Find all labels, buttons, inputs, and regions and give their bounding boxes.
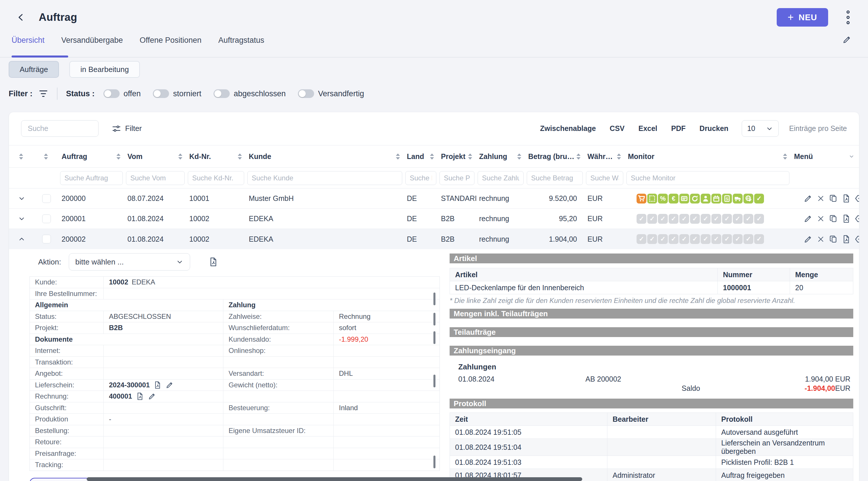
tab-uebersicht[interactable]: Übersicht bbox=[11, 36, 44, 57]
search-input[interactable] bbox=[21, 120, 98, 137]
shopping-cart-icon[interactable] bbox=[637, 194, 646, 204]
export-zwischenablage[interactable]: Zwischenablage bbox=[540, 124, 596, 133]
cancel-x-icon[interactable] bbox=[816, 194, 826, 203]
chip-auftraege[interactable]: Aufträge bbox=[9, 61, 59, 78]
expand-chevron-down-icon[interactable] bbox=[18, 195, 25, 202]
header-monitor[interactable]: Monitor bbox=[625, 152, 791, 161]
pdf-file-icon[interactable] bbox=[841, 214, 851, 223]
horizontal-scrollbar[interactable] bbox=[87, 477, 582, 481]
check-icon[interactable]: ✓ bbox=[733, 234, 743, 244]
table-filter-button[interactable]: Filter bbox=[112, 124, 142, 133]
check-icon[interactable]: ✓ bbox=[711, 234, 721, 244]
toggle-versandfertig[interactable]: Versandfertig bbox=[298, 89, 364, 98]
toggle-storniert[interactable]: storniert bbox=[153, 89, 202, 98]
table-row[interactable]: 200000 08.07.2024 10001 Muster GmbH DE S… bbox=[9, 188, 859, 209]
percent-icon[interactable]: % bbox=[658, 194, 668, 204]
search-betrag-input[interactable] bbox=[527, 171, 583, 185]
expand-chevron-down-icon[interactable] bbox=[18, 215, 25, 222]
edit-pencil-icon[interactable] bbox=[148, 392, 156, 401]
stamp-icon[interactable] bbox=[647, 194, 657, 204]
copy-icon[interactable] bbox=[829, 214, 838, 223]
toggle-offen[interactable]: offen bbox=[103, 89, 141, 98]
check-icon[interactable]: ✓ bbox=[733, 214, 743, 224]
search-vom-input[interactable] bbox=[126, 171, 185, 185]
copy-icon[interactable] bbox=[829, 234, 838, 244]
copy-icon[interactable] bbox=[829, 194, 838, 203]
check-icon[interactable]: ✓ bbox=[658, 234, 668, 244]
tab-offene-positionen[interactable]: Offene Positionen bbox=[140, 36, 202, 57]
search-zahlung-input[interactable] bbox=[477, 171, 524, 185]
sort-icon[interactable] bbox=[238, 153, 242, 159]
header-projekt[interactable]: Projekt bbox=[438, 152, 476, 161]
check-icon[interactable]: ✓ bbox=[679, 234, 689, 244]
edit-pencil-icon[interactable] bbox=[803, 234, 813, 244]
globe-icon[interactable] bbox=[743, 194, 753, 204]
tag-plus-icon[interactable] bbox=[854, 214, 859, 223]
check-icon[interactable]: ✓ bbox=[722, 234, 732, 244]
search-monitor-input[interactable] bbox=[626, 171, 789, 185]
check-icon[interactable]: ✓ bbox=[754, 214, 764, 224]
table-row[interactable]: 200001 01.08.2024 10002 EDEKA DE B2B rec… bbox=[9, 209, 859, 229]
sort-icon[interactable] bbox=[117, 153, 121, 159]
back-icon[interactable] bbox=[16, 12, 26, 22]
pdf-file-icon[interactable] bbox=[208, 257, 218, 267]
card-icon[interactable] bbox=[679, 194, 689, 204]
sort-icon[interactable] bbox=[783, 153, 787, 159]
edit-pencil-icon[interactable] bbox=[803, 194, 813, 203]
check-icon[interactable]: ✓ bbox=[701, 214, 711, 224]
pane-scrollbar-thumb[interactable] bbox=[433, 313, 435, 326]
check-icon[interactable]: ✓ bbox=[690, 214, 700, 224]
tag-plus-icon[interactable] bbox=[854, 194, 859, 203]
pane-scrollbar-thumb[interactable] bbox=[433, 456, 435, 468]
search-land-input[interactable] bbox=[405, 171, 436, 185]
header-waehrung[interactable]: Währung bbox=[585, 152, 625, 161]
tab-versanduebergabe[interactable]: Versandübergabe bbox=[61, 36, 123, 57]
header-land[interactable]: Land bbox=[404, 152, 438, 161]
check-icon[interactable]: ✓ bbox=[658, 214, 668, 224]
tag-plus-icon[interactable] bbox=[854, 234, 859, 244]
invoice-icon[interactable]: S bbox=[722, 194, 732, 204]
header-zahlung[interactable]: Zahlung bbox=[476, 152, 525, 161]
euro-icon[interactable]: € bbox=[669, 194, 678, 204]
check-icon[interactable]: ✓ bbox=[669, 214, 678, 224]
sort-icon[interactable] bbox=[577, 153, 581, 159]
pane-scrollbar-thumb[interactable] bbox=[433, 374, 435, 387]
check-icon[interactable]: ✓ bbox=[647, 214, 657, 224]
new-button[interactable]: + NEU bbox=[777, 8, 828, 27]
table-row-expanded[interactable]: 200002 01.08.2024 10002 EDEKA DE B2B rec… bbox=[9, 229, 859, 249]
column-settings-chevron-icon[interactable] bbox=[848, 153, 855, 160]
check-icon[interactable]: ✓ bbox=[711, 214, 721, 224]
sort-icon[interactable] bbox=[178, 153, 182, 159]
package-icon[interactable] bbox=[711, 194, 721, 204]
header-betrag[interactable]: Betrag (brutto) bbox=[525, 152, 585, 161]
toggle-switch[interactable] bbox=[153, 89, 169, 98]
truck-icon[interactable] bbox=[733, 194, 743, 204]
cancel-x-icon[interactable] bbox=[816, 234, 826, 244]
check-icon[interactable]: ✓ bbox=[647, 234, 657, 244]
header-kunde[interactable]: Kunde bbox=[246, 152, 404, 161]
collapse-chevron-up-icon[interactable] bbox=[18, 235, 25, 243]
sort-icon[interactable] bbox=[44, 153, 48, 159]
search-auftrag-input[interactable] bbox=[60, 171, 123, 185]
export-drucken[interactable]: Drucken bbox=[700, 124, 728, 133]
aktion-select[interactable]: bitte wählen ... bbox=[69, 253, 190, 271]
kebab-menu-icon[interactable] bbox=[844, 10, 852, 25]
toggle-switch[interactable] bbox=[103, 89, 120, 98]
pdf-file-icon[interactable] bbox=[153, 381, 162, 389]
toggle-switch[interactable] bbox=[214, 89, 230, 98]
check-icon[interactable]: ✓ bbox=[679, 214, 689, 224]
check-icon[interactable]: ✓ bbox=[754, 234, 764, 244]
toggle-switch[interactable] bbox=[298, 89, 314, 98]
page-size-select[interactable]: 10 bbox=[742, 120, 779, 137]
export-pdf[interactable]: PDF bbox=[671, 124, 686, 133]
edit-pencil-icon[interactable] bbox=[842, 35, 852, 44]
check-icon[interactable]: ✓ bbox=[743, 234, 753, 244]
search-kunde-input[interactable] bbox=[247, 171, 402, 185]
person-icon[interactable] bbox=[701, 194, 711, 204]
pdf-file-icon[interactable] bbox=[841, 194, 851, 203]
sort-icon[interactable] bbox=[19, 153, 23, 159]
edit-pencil-icon[interactable] bbox=[165, 381, 174, 389]
edit-pencil-icon[interactable] bbox=[803, 214, 813, 223]
pane-scrollbar-thumb[interactable] bbox=[433, 293, 435, 305]
pane-scrollbar-thumb[interactable] bbox=[433, 331, 435, 344]
